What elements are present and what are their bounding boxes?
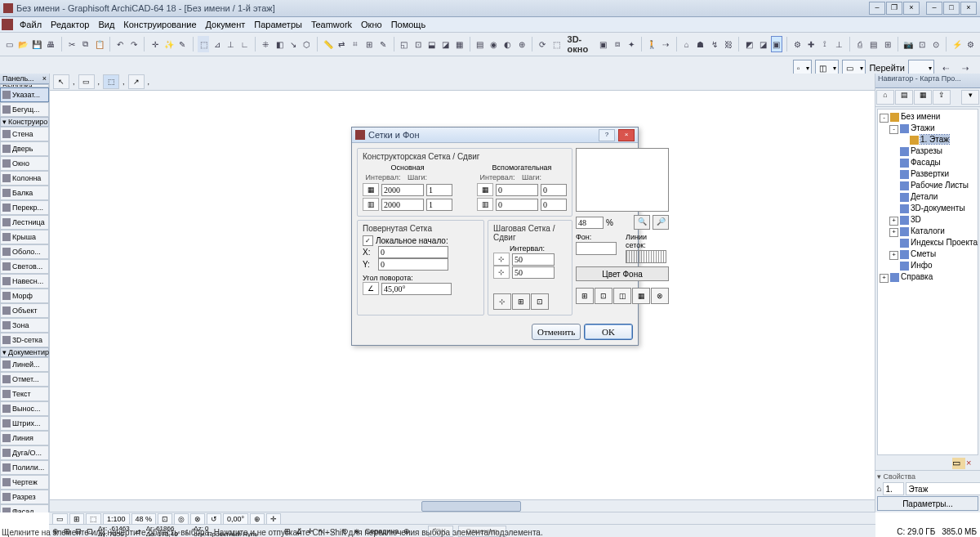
menu-Окно[interactable]: Окно — [357, 19, 386, 30]
tree-node[interactable]: Детали — [880, 191, 976, 203]
tool-Светов...[interactable]: Светов... — [0, 259, 49, 274]
rot-y-input[interactable] — [378, 258, 448, 271]
view-b-icon[interactable]: ⊡ — [412, 36, 424, 52]
tool-Морф[interactable]: Морф — [0, 289, 49, 303]
bg-color-button[interactable]: Цвет Фона — [576, 266, 669, 281]
grid-vis-5-icon[interactable]: ⊗ — [651, 288, 669, 304]
view-d-icon[interactable]: ◪ — [439, 36, 452, 52]
snap-1-icon[interactable]: ⬚ — [198, 36, 210, 52]
magic-icon[interactable]: ✨ — [163, 36, 175, 52]
minimize-inner-button[interactable]: – — [869, 2, 885, 15]
props-num-input[interactable] — [883, 482, 904, 495]
tool-c-icon[interactable]: ⬡ — [301, 36, 314, 52]
mep-a-icon[interactable]: ⚡ — [951, 36, 963, 52]
vb-4[interactable]: ⊡ — [158, 513, 172, 525]
nav-layout-icon[interactable]: ▦ — [914, 90, 932, 105]
step-interval-2[interactable] — [512, 266, 555, 279]
aux-step-1[interactable] — [541, 184, 567, 196]
rot-angle-input[interactable] — [381, 283, 452, 295]
open-icon[interactable]: 📂 — [17, 36, 29, 52]
vb-7[interactable]: ↺ — [207, 513, 221, 525]
obj-c-icon[interactable]: ↯ — [708, 36, 720, 52]
lines-swatch[interactable] — [626, 250, 666, 263]
doc-b-icon[interactable]: ▤ — [867, 36, 880, 52]
tool-Лестница[interactable]: Лестница — [0, 215, 49, 230]
grid-vis-4-icon[interactable]: ▦ — [632, 288, 650, 304]
tool-Навесн...[interactable]: Навесн... — [0, 274, 49, 289]
tree-node[interactable]: Инфо — [880, 260, 976, 271]
3d-window-button[interactable]: 3D-окно — [564, 34, 596, 54]
layer-a-icon[interactable]: ▤ — [474, 36, 486, 52]
dialog-cancel-button[interactable]: Отменить — [532, 324, 581, 340]
dialog-help-button[interactable]: ? — [599, 129, 615, 141]
rend-a-icon[interactable]: ◩ — [743, 36, 755, 52]
ext-a-icon[interactable]: ⚙ — [791, 36, 804, 52]
nav-pub-icon[interactable]: ⇪ — [933, 90, 951, 105]
props-params-button[interactable]: Параметры... — [877, 496, 978, 511]
grid-vis-2-icon[interactable]: ⊡ — [595, 288, 612, 304]
menu-Помощь[interactable]: Помощь — [387, 19, 430, 30]
cam-c-icon[interactable]: ⊙ — [930, 36, 942, 52]
nav-opts-icon[interactable]: ▾ — [961, 90, 979, 105]
edit-d-icon[interactable]: ✎ — [377, 36, 390, 52]
angle-display[interactable]: 0,00° — [223, 513, 248, 525]
view3d-cam-icon[interactable]: ⬚ — [550, 36, 563, 52]
ext-b-icon[interactable]: ✚ — [805, 36, 817, 52]
save-icon[interactable]: 💾 — [31, 36, 43, 52]
tree-node[interactable]: Развертки — [880, 168, 976, 180]
tool-Крыша[interactable]: Крыша — [0, 230, 49, 244]
measure-icon[interactable]: 📏 — [322, 36, 334, 52]
vb-2[interactable]: ⊞ — [69, 513, 84, 525]
tool-Дверь[interactable]: Дверь — [0, 141, 49, 156]
tool-Штрих...[interactable]: Штрих... — [0, 416, 49, 431]
obj-b-icon[interactable]: ☗ — [694, 36, 706, 52]
doc-a-icon[interactable]: ⎙ — [853, 36, 866, 52]
vb-6[interactable]: ⊗ — [190, 513, 205, 525]
infobar-arrow-icon[interactable]: ↖ — [53, 74, 69, 89]
grid-vis-1-icon[interactable]: ⊞ — [576, 288, 594, 304]
tool-Указат...[interactable]: Указат... — [0, 87, 49, 102]
ext-d-icon[interactable]: ⊥ — [833, 36, 845, 52]
doc-c-icon[interactable]: ⊞ — [881, 36, 893, 52]
close-inner-button[interactable]: × — [903, 2, 920, 15]
vb-9[interactable]: ✛ — [266, 513, 281, 525]
tool-Линей...[interactable]: Линей... — [0, 357, 49, 372]
tool-Текст[interactable]: Текст — [0, 387, 49, 401]
tree-node[interactable]: +Справка — [880, 271, 976, 283]
tool-b-icon[interactable]: ↘ — [287, 36, 300, 52]
restore-inner-button[interactable]: ❐ — [886, 2, 902, 15]
layer-c-icon[interactable]: ◐ — [501, 36, 514, 52]
rend-c-icon[interactable]: ▣ — [771, 36, 783, 52]
minimize-button[interactable]: – — [926, 2, 942, 15]
grid-mode-2-icon[interactable]: ⊞ — [512, 293, 530, 310]
aux-step-2[interactable] — [541, 199, 567, 211]
ext-c-icon[interactable]: ⟟ — [819, 36, 831, 52]
menu-Файл[interactable]: Файл — [16, 19, 46, 30]
tool-Вынос...[interactable]: Вынос... — [0, 401, 49, 416]
vb-8[interactable]: ⊕ — [250, 513, 265, 525]
new-icon[interactable]: ▭ — [3, 36, 16, 52]
brush-icon[interactable]: ✎ — [176, 36, 189, 52]
grid-mode-3-icon[interactable]: ⊡ — [531, 293, 549, 310]
tool-Оболо...[interactable]: Оболо... — [0, 244, 49, 259]
obj-a-icon[interactable]: ⌂ — [680, 36, 693, 52]
tree-node[interactable]: +3D — [880, 214, 976, 226]
grid-mode-1-icon[interactable]: ⊹ — [493, 293, 511, 310]
rend-b-icon[interactable]: ◪ — [757, 36, 769, 52]
pick-icon[interactable]: ✛ — [149, 36, 161, 52]
rot-x-input[interactable] — [378, 246, 448, 258]
view3d-orbit-icon[interactable]: ⟳ — [537, 36, 549, 52]
tool-Линия[interactable]: Линия — [0, 431, 49, 445]
3d-c-icon[interactable]: ✦ — [625, 36, 637, 52]
toolbox-close-icon[interactable]: × — [42, 74, 47, 83]
tool-Дуга/О...[interactable]: Дуга/О... — [0, 445, 49, 460]
tool-Колонна[interactable]: Колонна — [0, 171, 49, 186]
paste-icon[interactable]: 📋 — [93, 36, 105, 52]
snap-2-icon[interactable]: ⊿ — [211, 36, 223, 52]
menu-Конструирование[interactable]: Конструирование — [119, 19, 200, 30]
bg-swatch[interactable] — [576, 242, 617, 255]
tool-Отмет...[interactable]: Отмет... — [0, 372, 49, 387]
tree-node[interactable]: Рабочие Листы — [880, 180, 976, 191]
aux-interval-2[interactable] — [496, 199, 538, 211]
grid-vis-3-icon[interactable]: ◫ — [613, 288, 631, 304]
